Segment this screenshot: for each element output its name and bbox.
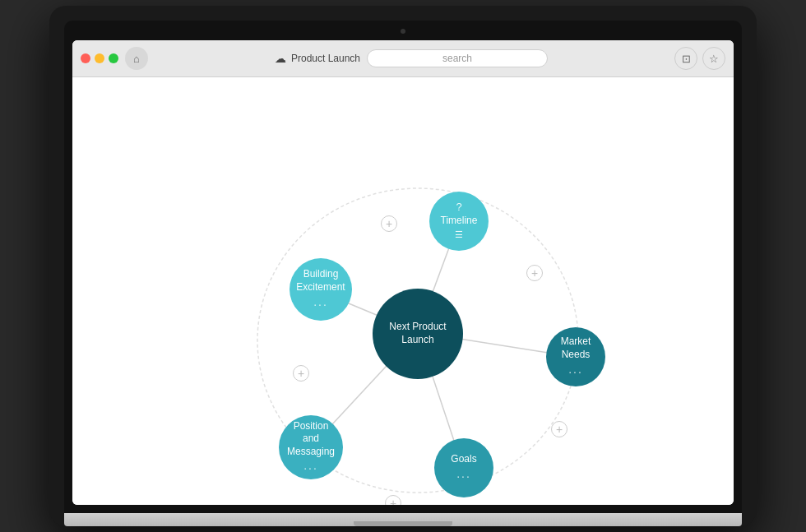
building-excitement-label: BuildingExcitement <box>291 268 350 294</box>
cloud-icon: ☁ <box>275 52 286 65</box>
laptop: ⌂ ☁ Product Launch search ⊡ ☆ <box>49 6 757 526</box>
position-messaging-node[interactable]: Position andMessaging ··· <box>279 415 343 479</box>
timeline-icon: ? <box>456 201 461 213</box>
building-excitement-dots: ··· <box>313 298 328 311</box>
center-node-label: Next ProductLaunch <box>384 321 451 346</box>
timeline-node[interactable]: ? Timeline ☰ <box>429 192 489 251</box>
market-needs-label: MarketNeeds <box>556 335 596 361</box>
address-bar-wrap: ☁ Product Launch search <box>155 49 668 67</box>
star-button[interactable]: ☆ <box>702 47 725 70</box>
goals-label: Goals <box>446 453 481 466</box>
close-button[interactable] <box>81 53 90 63</box>
browser-content: + + + + + Next ProductLaunch ? Timeline … <box>72 77 734 505</box>
building-excitement-node[interactable]: BuildingExcitement ··· <box>290 258 352 321</box>
page-title-area: ☁ Product Launch <box>275 52 360 65</box>
laptop-base <box>64 513 742 526</box>
goals-node[interactable]: Goals ··· <box>434 438 493 497</box>
maximize-button[interactable] <box>109 53 118 63</box>
timeline-label: Timeline <box>436 215 483 228</box>
browser-chrome: ⌂ ☁ Product Launch search ⊡ ☆ <box>72 40 734 77</box>
plus-node-5[interactable]: + <box>293 365 309 382</box>
page-title: Product Launch <box>291 53 360 64</box>
position-messaging-dots: ··· <box>303 461 318 474</box>
plus-node-3[interactable]: + <box>551 421 567 437</box>
search-bar[interactable]: search <box>367 49 548 67</box>
browser-actions: ⊡ ☆ <box>674 47 725 70</box>
screen-bezel: ⌂ ☁ Product Launch search ⊡ ☆ <box>64 21 742 513</box>
timeline-list-icon: ☰ <box>455 229 463 240</box>
home-button[interactable]: ⌂ <box>125 47 148 70</box>
plus-node-4[interactable]: + <box>385 495 401 505</box>
traffic-lights <box>81 53 118 63</box>
position-messaging-label: Position andMessaging <box>279 420 343 459</box>
plus-node-1[interactable]: + <box>381 215 397 232</box>
screen-button[interactable]: ⊡ <box>674 47 697 70</box>
camera-dot <box>401 29 405 34</box>
market-needs-dots: ··· <box>568 365 583 378</box>
browser-window: ⌂ ☁ Product Launch search ⊡ ☆ <box>72 40 734 505</box>
plus-node-2[interactable]: + <box>526 265 543 281</box>
center-node[interactable]: Next ProductLaunch <box>373 289 463 379</box>
market-needs-node[interactable]: MarketNeeds ··· <box>546 327 605 386</box>
goals-dots: ··· <box>456 470 471 483</box>
minimize-button[interactable] <box>95 53 104 63</box>
